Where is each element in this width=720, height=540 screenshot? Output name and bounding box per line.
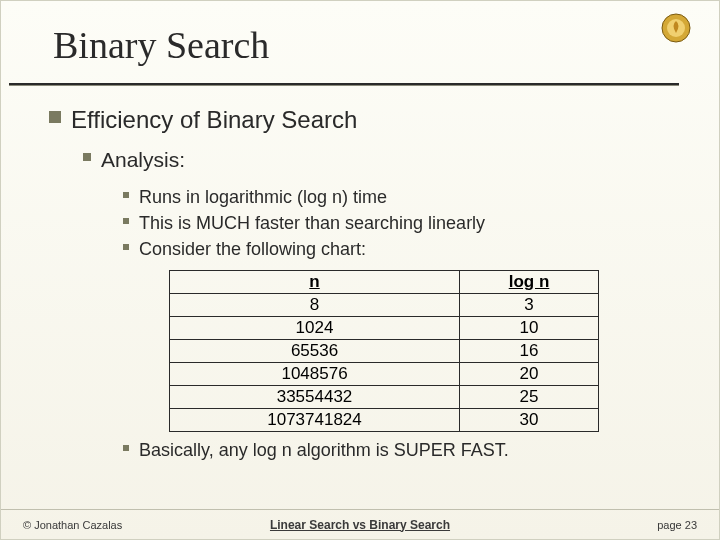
bullet-lvl3: Consider the following chart: xyxy=(123,237,669,261)
bullet-text: Runs in logarithmic (log n) time xyxy=(139,185,387,209)
cell: 30 xyxy=(460,408,599,431)
content-area: Efficiency of Binary Search Analysis: Ru… xyxy=(1,86,719,462)
cell: 25 xyxy=(460,385,599,408)
slide: Binary Search Efficiency of Binary Searc… xyxy=(0,0,720,540)
bullet-lvl1: Efficiency of Binary Search xyxy=(49,104,669,136)
cell: 10 xyxy=(460,316,599,339)
footer-page: page 23 xyxy=(657,519,697,531)
footer-copyright: © Jonathan Cazalas xyxy=(23,519,122,531)
col-header-n: n xyxy=(170,270,460,293)
bullet-text: Analysis: xyxy=(101,146,185,174)
cell: 1024 xyxy=(170,316,460,339)
title-block: Binary Search xyxy=(1,1,719,75)
bullet-icon xyxy=(83,153,91,161)
bullet-text: This is MUCH faster than searching linea… xyxy=(139,211,485,235)
footer: © Jonathan Cazalas Linear Search vs Bina… xyxy=(1,509,719,539)
col-header-logn: log n xyxy=(460,270,599,293)
bullet-lvl3: This is MUCH faster than searching linea… xyxy=(123,211,669,235)
bullet-text: Basically, any log n algorithm is SUPER … xyxy=(139,438,509,462)
bullet-lvl2: Analysis: xyxy=(83,146,669,174)
bullet-text: Efficiency of Binary Search xyxy=(71,104,357,136)
bullet-lvl3: Runs in logarithmic (log n) time xyxy=(123,185,669,209)
slide-title: Binary Search xyxy=(53,23,679,67)
table-row: 1048576 20 xyxy=(170,362,599,385)
bullet-icon xyxy=(123,218,129,224)
bullet-icon xyxy=(49,111,61,123)
cell: 3 xyxy=(460,293,599,316)
cell: 65536 xyxy=(170,339,460,362)
bullet-icon xyxy=(123,244,129,250)
table-header-row: n log n xyxy=(170,270,599,293)
cell: 1048576 xyxy=(170,362,460,385)
chart-table: n log n 8 3 1024 10 65536 16 1048576 2 xyxy=(169,270,599,432)
chart-table-wrap: n log n 8 3 1024 10 65536 16 1048576 2 xyxy=(169,270,599,432)
logo-icon xyxy=(659,11,693,45)
table-row: 33554432 25 xyxy=(170,385,599,408)
bullet-lvl3-conclusion: Basically, any log n algorithm is SUPER … xyxy=(123,438,669,462)
cell: 8 xyxy=(170,293,460,316)
table-row: 1024 10 xyxy=(170,316,599,339)
cell: 1073741824 xyxy=(170,408,460,431)
cell: 20 xyxy=(460,362,599,385)
cell: 33554432 xyxy=(170,385,460,408)
cell: 16 xyxy=(460,339,599,362)
table-row: 65536 16 xyxy=(170,339,599,362)
table-row: 1073741824 30 xyxy=(170,408,599,431)
bullet-icon xyxy=(123,445,129,451)
table-row: 8 3 xyxy=(170,293,599,316)
bullet-icon xyxy=(123,192,129,198)
bullet-text: Consider the following chart: xyxy=(139,237,366,261)
